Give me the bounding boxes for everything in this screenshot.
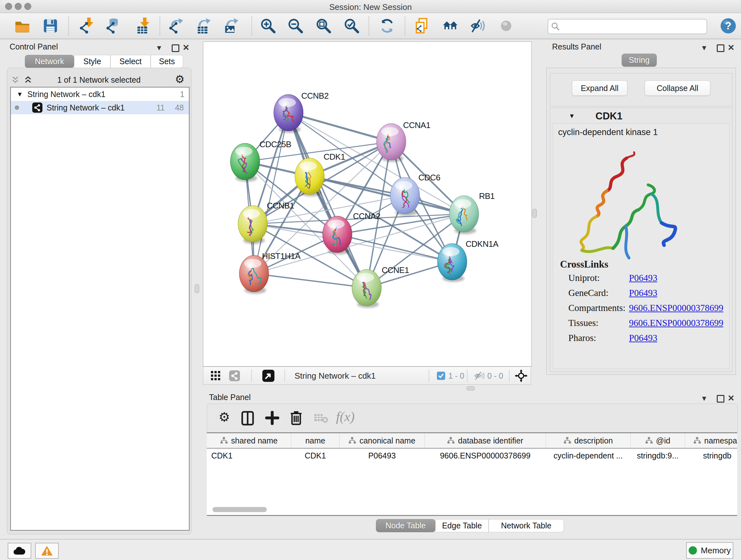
- results-panel-float-icon[interactable]: [717, 44, 724, 52]
- right-splitter-handle[interactable]: [532, 209, 537, 218]
- network-node-CCNB1[interactable]: [238, 206, 267, 244]
- home-views-icon[interactable]: [442, 17, 459, 34]
- results-panel-close-icon[interactable]: ✕: [728, 44, 735, 52]
- export-image-icon[interactable]: [223, 17, 239, 34]
- network-row-selected[interactable]: String Network – cdk1 11 48: [11, 101, 189, 114]
- table-cell[interactable]: stringdb:9...: [630, 448, 685, 462]
- grid-view-icon[interactable]: [211, 371, 220, 381]
- column-header-database-identifier[interactable]: database identifier: [425, 433, 546, 448]
- table-cell[interactable]: 9606.ENSP00000378699: [425, 448, 546, 462]
- warnings-button[interactable]: [35, 543, 59, 559]
- selected-checkbox-icon[interactable]: [437, 372, 445, 380]
- hidden-eye-slash-icon[interactable]: [474, 371, 485, 381]
- column-header-canonical-name[interactable]: canonical name: [340, 433, 425, 448]
- floating-view-icon[interactable]: [498, 17, 515, 34]
- collapse-all-button[interactable]: Collapse All: [645, 80, 711, 96]
- network-edge-CDK1-RB1[interactable]: [310, 176, 464, 214]
- network-collection-row[interactable]: ▼ String Network – cdk1 1: [11, 87, 189, 101]
- network-edge-CCNB2-HIST1H1A[interactable]: [254, 113, 288, 273]
- import-table-icon[interactable]: [134, 17, 151, 34]
- network-node-CDKN1A[interactable]: [437, 244, 467, 282]
- table-cell[interactable]: CDK1: [291, 448, 340, 462]
- table-tab-network-table[interactable]: Network Table: [488, 519, 564, 532]
- table-panel-close-icon[interactable]: ✕: [728, 394, 735, 402]
- tab-network[interactable]: Network: [25, 55, 74, 68]
- tab-select[interactable]: Select: [111, 55, 151, 68]
- birdseye-view-icon[interactable]: [262, 369, 275, 382]
- crosslink-link[interactable]: 9606.ENSP00000378699: [629, 303, 724, 313]
- expand-all-button[interactable]: Expand All: [572, 80, 627, 96]
- control-panel-close-icon[interactable]: ✕: [183, 44, 190, 52]
- zoom-in-icon[interactable]: [260, 17, 276, 34]
- delete-column-icon[interactable]: [289, 410, 303, 426]
- table-cell[interactable]: P06493: [340, 448, 425, 462]
- control-panel-menu-caret-icon[interactable]: ▾: [157, 44, 161, 52]
- fit-content-crosshair-icon[interactable]: [515, 369, 528, 382]
- duplicate-network-icon[interactable]: [414, 17, 430, 34]
- open-session-icon[interactable]: [14, 17, 30, 34]
- column-header-@id[interactable]: @id: [630, 433, 685, 448]
- network-node-CDC25B[interactable]: [230, 143, 260, 182]
- import-database-icon[interactable]: [105, 17, 121, 34]
- import-network-icon[interactable]: [78, 17, 95, 34]
- function-builder-icon[interactable]: f(x): [336, 409, 354, 424]
- export-network-icon[interactable]: [167, 17, 184, 34]
- help-icon[interactable]: ?: [720, 17, 737, 34]
- show-columns-icon[interactable]: [241, 411, 254, 426]
- save-session-icon[interactable]: [42, 17, 59, 34]
- network-options-gear-icon[interactable]: ⚙: [175, 73, 185, 85]
- main-toolbar: ?: [0, 13, 741, 39]
- network-edge-CCNB2-CCNE1[interactable]: [288, 113, 367, 288]
- table-panel-menu-caret-icon[interactable]: ▾: [702, 394, 706, 402]
- hide-panels-icon[interactable]: [469, 17, 486, 34]
- network-edge-HIST1H1A-CCNE1[interactable]: [254, 273, 367, 288]
- collapse-all-icon[interactable]: [11, 76, 24, 84]
- crosslink-row: Uniprot:P06493: [568, 273, 729, 283]
- results-panel-menu-caret-icon[interactable]: ▾: [702, 44, 706, 52]
- crosslink-link[interactable]: 9606.ENSP00000378699: [629, 318, 724, 328]
- entry-caret-icon[interactable]: ▼: [569, 112, 575, 120]
- add-column-icon[interactable]: [265, 411, 279, 425]
- results-tab-string[interactable]: String: [622, 54, 657, 67]
- network-edge-CCNB2-CCNA1[interactable]: [288, 113, 391, 142]
- export-table-icon[interactable]: [195, 17, 212, 34]
- column-header-description[interactable]: description: [546, 433, 630, 448]
- network-graph[interactable]: CCNB2CCNA1CDC25BCDK1CDC6RB1CCNB1CCNA2CDK…: [203, 42, 531, 366]
- cloud-button[interactable]: [8, 543, 31, 559]
- zoom-fit-icon[interactable]: [315, 17, 332, 34]
- column-header-shared-name[interactable]: shared name: [207, 433, 291, 448]
- string-view-icon[interactable]: [229, 370, 240, 381]
- tab-sets[interactable]: Sets: [151, 55, 183, 68]
- network-canvas[interactable]: CCNB2CCNA1CDC25BCDK1CDC6RB1CCNB1CCNA2CDK…: [203, 42, 532, 367]
- table-row[interactable]: CDK1CDK1P064939606.ENSP00000378699cyclin…: [207, 448, 737, 462]
- network-node-CCNE1[interactable]: [352, 269, 381, 308]
- network-node-CCNA1[interactable]: [377, 124, 406, 162]
- table-cell[interactable]: stringdb: [685, 448, 738, 462]
- control-panel-float-icon[interactable]: [172, 44, 179, 52]
- table-cell[interactable]: CDK1: [207, 448, 291, 462]
- horizontal-splitter-handle[interactable]: [467, 386, 475, 390]
- zoom-out-icon[interactable]: [287, 17, 304, 34]
- left-splitter-handle[interactable]: [195, 284, 199, 293]
- search-input[interactable]: [563, 22, 706, 31]
- column-header-namespac[interactable]: namespac: [685, 433, 738, 448]
- network-node-HIST1H1A[interactable]: [239, 255, 269, 294]
- table-horizontal-scrollbar[interactable]: [212, 507, 267, 512]
- crosslink-link[interactable]: P06493: [629, 333, 657, 343]
- crosslink-link[interactable]: P06493: [629, 288, 657, 298]
- delete-table-icon[interactable]: [314, 413, 328, 424]
- tree-caret-icon[interactable]: ▼: [17, 91, 23, 98]
- crosslink-link[interactable]: P06493: [629, 273, 657, 283]
- zoom-selected-icon[interactable]: [343, 17, 360, 34]
- network-node-CCNB2[interactable]: [274, 95, 303, 133]
- memory-button[interactable]: Memory: [686, 542, 733, 559]
- tab-style[interactable]: Style: [74, 55, 111, 68]
- column-header-name[interactable]: name: [291, 433, 340, 448]
- table-options-gear-icon[interactable]: ⚙: [219, 410, 230, 424]
- table-tab-node-table[interactable]: Node Table: [376, 519, 435, 532]
- table-panel-float-icon[interactable]: [717, 395, 724, 402]
- refresh-icon[interactable]: [379, 17, 395, 34]
- table-tab-edge-table[interactable]: Edge Table: [435, 519, 488, 532]
- network-node-RB1[interactable]: [449, 196, 479, 234]
- table-cell[interactable]: cyclin-dependent ...: [546, 448, 630, 462]
